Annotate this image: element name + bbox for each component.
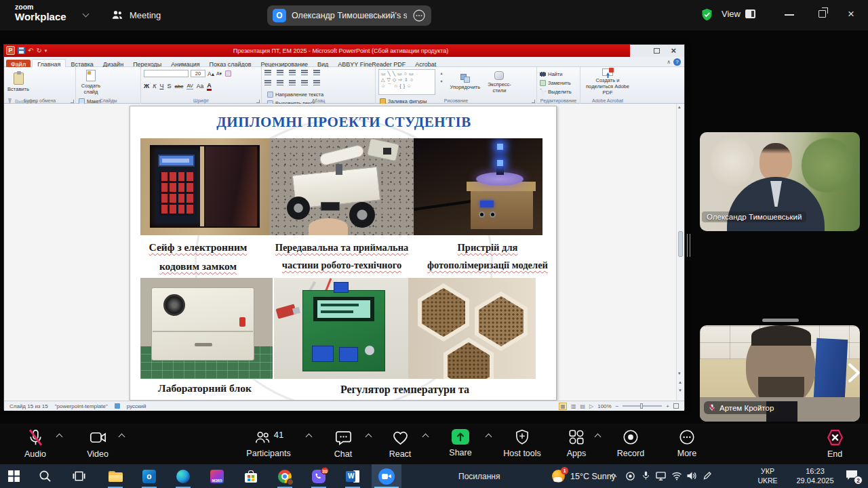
share-button[interactable]: Share <box>439 428 482 458</box>
shapes-scroll-icon[interactable]: ▴▾ <box>438 69 444 85</box>
tray-mic-icon[interactable] <box>642 470 650 481</box>
task-view-button[interactable] <box>65 464 92 488</box>
more-button[interactable]: More <box>665 428 709 458</box>
zoom-slider-thumb[interactable] <box>640 403 643 409</box>
taskbar-weather[interactable]: 1 15°C Sunny <box>552 464 616 488</box>
audio-options-chevron[interactable] <box>56 434 63 441</box>
scroll-down-icon[interactable]: ▾ <box>678 371 681 376</box>
shrink-font-icon[interactable]: A▾ <box>216 71 222 77</box>
ppt-close-button[interactable]: × <box>671 45 676 56</box>
record-button[interactable]: Record <box>609 428 652 458</box>
undo-icon[interactable]: ↶ <box>28 46 33 55</box>
tray-record-icon[interactable] <box>625 471 635 481</box>
save-icon[interactable] <box>18 47 25 54</box>
next-slide-icon[interactable]: ▼ <box>678 388 682 392</box>
start-button[interactable] <box>0 464 27 488</box>
clipboard-dialog-launcher-icon[interactable] <box>71 100 74 103</box>
redo-icon[interactable]: ↻ <box>36 46 41 55</box>
video-options-chevron[interactable] <box>119 434 125 441</box>
numbering-icon[interactable] <box>277 70 283 75</box>
qat-dropdown-icon[interactable]: ▾ <box>45 46 47 55</box>
justify-icon[interactable] <box>301 80 308 85</box>
select-button[interactable]: Выделить <box>540 87 572 96</box>
new-slide-button[interactable]: Создать слайд <box>79 68 103 96</box>
taskbar-word[interactable]: W <box>339 464 366 488</box>
character-spacing-button[interactable]: AV <box>186 83 193 89</box>
canvas-scrollbar[interactable]: ▴ ▾ ▲ ▼ <box>676 104 684 401</box>
font-size-input[interactable]: 20 <box>191 70 205 77</box>
previous-slide-icon[interactable]: ▲ <box>678 380 682 384</box>
view-normal-icon[interactable]: ▦ <box>559 403 567 410</box>
chat-options-chevron[interactable] <box>366 434 372 441</box>
taskbar-language[interactable]: УКР UKRE <box>751 467 784 485</box>
ppt-help-icon[interactable]: ? <box>673 58 681 66</box>
strikethrough-button[interactable]: abc <box>174 83 183 89</box>
zoom-in-button[interactable]: + <box>666 403 669 409</box>
columns-icon[interactable] <box>313 80 320 85</box>
video-tile-participant1[interactable]: Олександр Тимошевський <box>700 132 860 231</box>
increase-indent-icon[interactable] <box>301 70 308 75</box>
decrease-indent-icon[interactable] <box>289 70 296 75</box>
change-case-button[interactable]: Aa <box>197 83 203 89</box>
view-slideshow-icon[interactable]: ▷ <box>589 403 593 409</box>
taskbar-clock[interactable]: 16:23 29.04.2025 <box>787 467 844 485</box>
window-close-button[interactable]: × <box>848 7 854 21</box>
status-language[interactable]: русский <box>127 403 146 409</box>
view-reading-icon[interactable]: ▤ <box>580 403 585 409</box>
host-tools-button[interactable]: Host tools <box>495 428 549 458</box>
arrange-button[interactable]: Упорядочить <box>448 68 483 96</box>
font-dialog-launcher-icon[interactable] <box>256 100 260 103</box>
workspace-dropdown-icon[interactable] <box>83 11 90 18</box>
view-sorter-icon[interactable]: ▥ <box>571 403 576 409</box>
shapes-gallery[interactable]: ▭╲╲▭○▭ △▽◇⇨⇩○ ☆⌒∩{}☆ <box>378 69 435 95</box>
clear-formatting-icon[interactable] <box>225 70 231 77</box>
chat-button[interactable]: Chat <box>321 428 365 459</box>
zoom-slider[interactable] <box>623 405 662 407</box>
participants-options-chevron[interactable] <box>306 434 313 441</box>
taskbar-edge[interactable] <box>170 464 197 488</box>
italic-button[interactable]: К <box>153 83 156 89</box>
drawing-dialog-launcher-icon[interactable] <box>532 100 535 103</box>
ribbon-collapse-icon[interactable]: ∧ <box>667 59 671 65</box>
taskbar-store[interactable] <box>237 464 264 488</box>
participants-button[interactable]: 41 Participants <box>239 428 298 458</box>
tray-pen-icon[interactable] <box>703 471 712 481</box>
text-direction-button[interactable]: Направление текста <box>267 90 337 98</box>
tray-display-icon[interactable] <box>655 471 667 481</box>
scrollbar-thumb[interactable] <box>678 231 683 257</box>
audio-button[interactable]: Audio <box>14 428 57 459</box>
video-button[interactable]: Video <box>76 428 119 459</box>
panel-resize-handle[interactable] <box>687 234 690 257</box>
bold-button[interactable]: Ж <box>144 83 149 89</box>
find-button[interactable]: Найти <box>540 70 572 78</box>
line-spacing-icon[interactable] <box>313 70 320 75</box>
window-minimize-button[interactable] <box>785 14 794 16</box>
quick-styles-button[interactable]: Экспресс-стили <box>486 68 513 96</box>
ppt-restore-button[interactable] <box>654 48 660 54</box>
next-videos-chevron[interactable] <box>845 361 863 384</box>
shared-screen-options-icon[interactable] <box>412 9 426 22</box>
font-name-input[interactable] <box>144 70 189 77</box>
taskbar-viber[interactable]: 30 <box>305 464 332 488</box>
taskbar-outlook[interactable]: o <box>136 464 163 488</box>
tab-meeting[interactable]: Meeting <box>111 8 161 22</box>
react-options-chevron[interactable] <box>422 434 429 441</box>
align-left-icon[interactable] <box>264 80 271 85</box>
taskbar-m365[interactable]: M365 <box>203 464 231 488</box>
grow-font-icon[interactable]: A▴ <box>208 70 214 77</box>
tray-wifi-icon[interactable] <box>671 471 682 481</box>
taskbar-search-button[interactable] <box>31 464 58 488</box>
paste-button[interactable]: Вставить <box>7 68 30 96</box>
end-button[interactable]: End <box>813 428 856 459</box>
security-shield-icon[interactable] <box>700 7 714 22</box>
create-pdf-button[interactable]: Создать и поделиться Adobe PDF <box>583 68 632 96</box>
bullets-icon[interactable] <box>264 70 271 75</box>
view-button[interactable]: View <box>722 9 755 19</box>
spellcheck-icon[interactable] <box>115 403 120 409</box>
shared-screen-tab[interactable]: O Олександр Тимошевський's scr <box>267 5 431 26</box>
replace-button[interactable]: Заменить <box>540 79 572 87</box>
zoom-out-button[interactable]: − <box>616 403 619 409</box>
scroll-up-icon[interactable]: ▴ <box>678 104 681 110</box>
shadow-button[interactable]: S <box>167 83 171 89</box>
apps-button[interactable]: Apps <box>555 428 598 458</box>
